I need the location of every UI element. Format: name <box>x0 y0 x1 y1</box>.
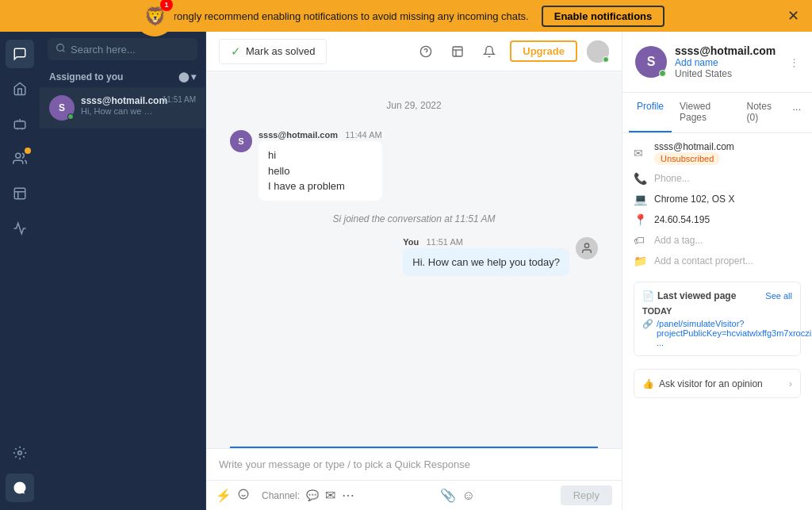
tab-more[interactable]: ... <box>787 93 806 132</box>
emoji-insert-icon[interactable] <box>238 489 249 503</box>
sidebar <box>0 32 40 510</box>
agent-message-content: You 11:51 AM Hi. How can we help you tod… <box>403 237 569 277</box>
contact-email-value: ssss@hotmail.com <box>654 141 734 152</box>
emoji-icon[interactable]: ☺ <box>462 489 475 503</box>
ask-opinion-section[interactable]: 👍 Ask visitor for an opinion › <box>634 369 801 398</box>
team-badge <box>25 148 31 154</box>
contact-options-icon[interactable]: ⋮ <box>789 56 799 68</box>
app-logo: 🦁 1 <box>135 0 174 36</box>
visitor-icon: 🔗 <box>642 319 653 329</box>
upgrade-button[interactable]: Upgrade <box>510 40 577 62</box>
last-viewed-title: 📄 Last viewed page <box>642 290 736 301</box>
sidebar-item-livechat[interactable] <box>6 474 34 502</box>
url-text: /panel/simulateVisitor?projectPublicKey=… <box>657 319 812 347</box>
mark-solved-button[interactable]: ✓ Mark as solved <box>219 39 327 64</box>
help-icon[interactable] <box>415 40 437 63</box>
right-panel: S ssss@hotmail.com Add name United State… <box>622 32 812 510</box>
sidebar-item-home[interactable] <box>6 75 34 103</box>
svg-point-1 <box>16 153 21 158</box>
tab-notes[interactable]: Notes (0) <box>739 93 788 132</box>
search-area <box>40 32 205 67</box>
channel-email-icon[interactable]: ✉ <box>325 488 335 503</box>
subscription-badge[interactable]: Unsubscribed <box>654 152 720 165</box>
logo-badge: 1 <box>160 0 173 11</box>
add-name-link[interactable]: Add name <box>675 57 776 68</box>
message-sender: ssss@hotmail.com <box>259 130 338 140</box>
contact-location: United States <box>675 68 776 79</box>
attachment-icon[interactable]: 📎 <box>440 488 456 503</box>
agent-message-meta: You 11:51 AM <box>403 237 569 247</box>
sidebar-item-team[interactable] <box>6 144 34 173</box>
svg-rect-0 <box>14 121 25 128</box>
close-notification-icon[interactable]: ✕ <box>787 7 799 25</box>
ip-detail-row: 📍 24.60.54.195 <box>634 213 801 226</box>
email-detail-row: ✉ ssss@hotmail.com Unsubscribed <box>634 141 801 164</box>
message-group-agent: You 11:51 AM Hi. How can we help you tod… <box>230 237 598 277</box>
notification-bar: 🦁 1 We strongly recommend enabling notif… <box>0 0 812 32</box>
tag-icon: 🏷 <box>634 234 648 247</box>
channel-label: Channel: <box>262 490 300 501</box>
tab-profile[interactable]: Profile <box>629 93 672 132</box>
prop-detail-row: 📁 Add a contact propert... <box>634 255 801 267</box>
sidebar-item-chat[interactable] <box>6 40 34 68</box>
search-icon <box>56 43 66 56</box>
chat-messages: Jun 29, 2022 S ssss@hotmail.com 11:44 AM… <box>206 71 622 447</box>
contact-tabs: Profile Viewed Pages Notes (0) ... <box>622 93 812 133</box>
message-group-visitor: S ssss@hotmail.com 11:44 AM hihelloI hav… <box>230 130 598 201</box>
channel-options-icon[interactable]: ⋯ <box>342 488 354 503</box>
system-message: Si joined the conversation at 11:51 AM <box>230 213 598 224</box>
chat-area: ✓ Mark as solved Upgrade <box>206 32 622 510</box>
last-viewed-header: 📄 Last viewed page See all <box>642 290 792 301</box>
reply-button[interactable]: Reply <box>561 485 612 505</box>
last-viewed-section: 📄 Last viewed page See all TODAY 🔗 /pane… <box>634 282 801 356</box>
browser-detail-row: 💻 Chrome 102, OS X <box>634 193 801 205</box>
conv-name: ssss@hotmail.com <box>81 95 156 106</box>
sidebar-item-analytics[interactable] <box>6 214 34 243</box>
conv-info: ssss@hotmail.com Hi, How can we help you… <box>81 95 156 116</box>
chat-input-field[interactable]: Write your message or type / to pick a Q… <box>206 449 622 481</box>
assigned-toggle[interactable]: ⬤ ▾ <box>178 71 196 82</box>
check-icon: ✓ <box>231 44 241 59</box>
visitor-avatar: S <box>230 130 252 152</box>
last-viewed-url[interactable]: 🔗 /panel/simulateVisitor?projectPublicKe… <box>642 319 792 347</box>
monitor-icon: 💻 <box>634 193 648 205</box>
contact-info: ssss@hotmail.com Add name United States <box>675 44 776 79</box>
phone-detail-row: 📞 Phone... <box>634 172 801 185</box>
conversation-item[interactable]: S ssss@hotmail.com Hi, How can we help y… <box>40 87 205 128</box>
tag-value[interactable]: Add a tag... <box>654 235 703 246</box>
email-icon: ✉ <box>634 147 648 159</box>
sidebar-item-reports[interactable] <box>6 179 34 208</box>
visitor-message-content: ssss@hotmail.com 11:44 AM hihelloI have … <box>259 130 382 201</box>
svg-rect-8 <box>453 47 462 56</box>
layout-icon[interactable] <box>446 40 469 63</box>
chat-header-right: Upgrade <box>415 40 609 63</box>
sidebar-item-settings[interactable] <box>6 439 34 467</box>
tab-viewed-pages[interactable]: Viewed Pages <box>672 93 739 132</box>
see-all-link[interactable]: See all <box>765 291 792 301</box>
enable-notifications-button[interactable]: Enable notifications <box>542 6 665 27</box>
notification-bell-icon[interactable] <box>478 40 500 63</box>
phone-icon: 📞 <box>634 172 648 185</box>
svg-point-11 <box>584 243 588 247</box>
chat-header: ✓ Mark as solved Upgrade <box>206 32 622 71</box>
contact-online-dot <box>659 70 666 77</box>
contact-email: ssss@hotmail.com <box>675 44 776 57</box>
assigned-label: Assigned to you <box>49 71 123 82</box>
message-bubble: hihelloI have a problem <box>259 141 382 201</box>
agent-message-bubble: Hi. How can we help you today? <box>403 248 569 277</box>
svg-line-5 <box>63 50 64 52</box>
phone-value[interactable]: Phone... <box>654 173 690 184</box>
user-online-dot <box>603 56 609 63</box>
search-input[interactable] <box>71 44 190 56</box>
sidebar-item-bot[interactable] <box>6 109 34 138</box>
agent-avatar <box>576 237 598 259</box>
agent-sender: You <box>403 237 419 247</box>
chat-input-toolbar: ⚡ Channel: 💬 ✉ ⋯ 📎 ☺ Reply <box>206 481 622 510</box>
browser-value: Chrome 102, OS X <box>654 194 734 205</box>
message-time: 11:44 AM <box>345 130 381 140</box>
channel-chat-icon[interactable]: 💬 <box>306 489 319 501</box>
search-box[interactable] <box>48 38 197 60</box>
lightning-icon[interactable]: ⚡ <box>216 488 232 503</box>
contact-header: S ssss@hotmail.com Add name United State… <box>622 32 812 93</box>
prop-value[interactable]: Add a contact propert... <box>654 255 753 267</box>
